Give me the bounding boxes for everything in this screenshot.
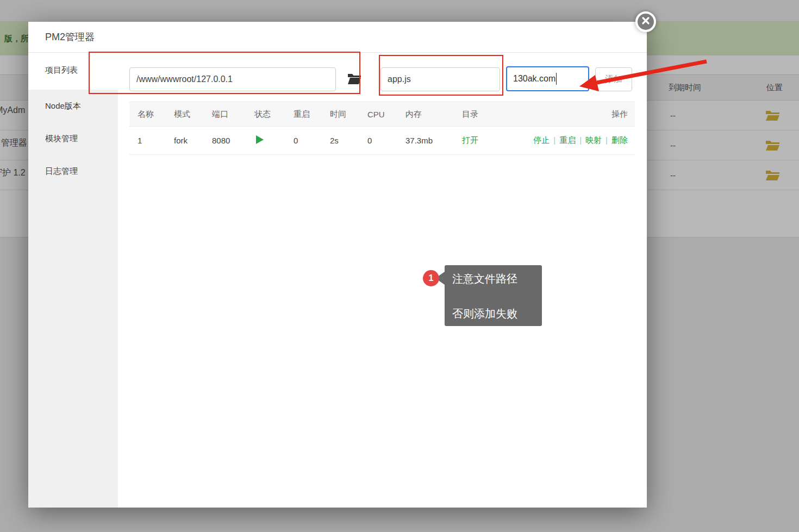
running-status-icon <box>256 135 264 144</box>
process-table: 名称 模式 端口 状态 重启 时间 CPU 内存 目录 操作 1 fork 80… <box>129 102 635 155</box>
annotation-step-badge: 1 <box>423 270 439 286</box>
process-name: 1 <box>138 136 174 145</box>
col-directory: 目录 <box>462 109 526 120</box>
close-icon <box>641 16 650 27</box>
stop-link[interactable]: 停止 <box>533 135 550 145</box>
process-table-header: 名称 模式 端口 状态 重启 时间 CPU 内存 目录 操作 <box>129 102 635 127</box>
process-uptime: 2s <box>330 136 367 145</box>
process-port: 8080 <box>212 136 254 145</box>
add-project-button[interactable]: 添加 <box>595 67 632 91</box>
dialog-title: PM2管理器 <box>45 22 95 53</box>
dialog-sidebar: 项目列表 Node版本 模块管理 日志管理 <box>28 53 118 508</box>
col-cpu: CPU <box>367 110 405 119</box>
mapping-link[interactable]: 映射 <box>585 135 602 145</box>
col-time: 时间 <box>330 109 367 120</box>
tooltip-line: 否则添加失败 <box>452 306 542 321</box>
text-cursor <box>556 73 557 85</box>
sidebar-item-node-version[interactable]: Node版本 <box>28 90 118 122</box>
annotation-tooltip: 注意文件路径 否则添加失败 <box>445 265 542 326</box>
action-separator: | <box>553 135 555 145</box>
process-mode: fork <box>174 136 212 145</box>
action-separator: | <box>579 135 582 145</box>
process-restart-count: 0 <box>294 136 330 145</box>
col-memory: 内存 <box>405 109 462 120</box>
browse-folder-button[interactable] <box>346 72 363 87</box>
project-name-input[interactable]: 130ak.com <box>506 66 589 91</box>
col-actions: 操作 <box>526 109 635 120</box>
col-status: 状态 <box>254 109 294 120</box>
sidebar-item-project-list[interactable]: 项目列表 <box>28 53 118 90</box>
open-folder-icon <box>347 78 361 86</box>
process-memory: 37.3mb <box>405 136 462 145</box>
col-name: 名称 <box>138 109 174 120</box>
col-port: 端口 <box>212 109 254 120</box>
close-button[interactable] <box>635 11 656 32</box>
sidebar-item-log-management[interactable]: 日志管理 <box>28 155 118 187</box>
project-name-value: 130ak.com <box>513 74 555 84</box>
delete-link[interactable]: 删除 <box>611 135 628 145</box>
action-separator: | <box>606 135 608 145</box>
project-path-input[interactable] <box>129 67 336 91</box>
tooltip-line: 注意文件路径 <box>452 271 542 286</box>
process-cpu: 0 <box>367 136 405 145</box>
col-restart: 重启 <box>294 109 330 120</box>
process-actions: 停止|重启|映射|删除 <box>526 135 635 146</box>
restart-link[interactable]: 重启 <box>559 135 576 145</box>
process-status <box>254 135 294 146</box>
col-mode: 模式 <box>174 109 212 120</box>
process-table-row: 1 fork 8080 0 2s 0 37.3mb 打开 停止|重启|映射|删除 <box>129 127 635 155</box>
open-directory-link[interactable]: 打开 <box>462 135 478 145</box>
pm2-manager-dialog: PM2管理器 项目列表 Node版本 模块管理 日志管理 130ak.com 添… <box>28 22 647 508</box>
startup-script-input[interactable] <box>380 67 500 91</box>
sidebar-item-module-management[interactable]: 模块管理 <box>28 122 118 155</box>
process-directory: 打开 <box>462 135 526 146</box>
dialog-header: PM2管理器 <box>28 22 647 53</box>
